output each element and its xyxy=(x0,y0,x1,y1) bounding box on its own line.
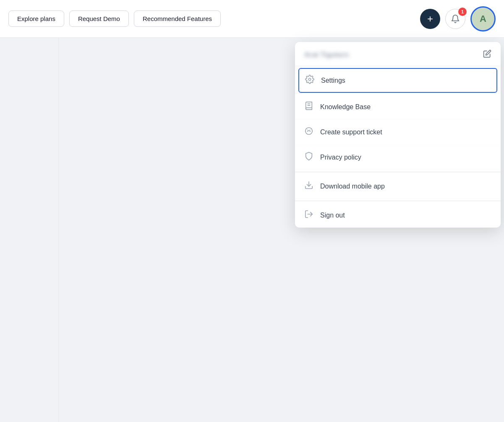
avatar-letter: A xyxy=(480,13,486,24)
ticket-icon xyxy=(304,126,313,138)
settings-label: Settings xyxy=(321,77,345,84)
notification-badge: 1 xyxy=(458,8,467,16)
recommended-features-button[interactable]: Recommended Features xyxy=(134,10,221,27)
avatar-button[interactable]: A xyxy=(470,6,496,31)
support-ticket-label: Create support ticket xyxy=(320,128,382,136)
user-dropdown-menu: Arat Tigotern Settings xyxy=(295,42,501,228)
menu-divider-2 xyxy=(295,201,501,201)
dropdown-username: Arat Tigotern xyxy=(304,51,349,59)
menu-divider xyxy=(295,172,501,172)
dropdown-item-privacy-policy[interactable]: Privacy policy xyxy=(295,145,501,170)
sign-out-label: Sign out xyxy=(320,212,345,219)
dropdown-item-sign-out[interactable]: Sign out xyxy=(295,203,501,228)
header-bar: Explore plans Request Demo Recommended F… xyxy=(0,0,504,38)
dropdown-item-download-app[interactable]: Download mobile app xyxy=(295,174,501,199)
main-content: Arat Tigotern Settings xyxy=(0,38,504,422)
content-area: Arat Tigotern Settings xyxy=(59,38,504,422)
svg-point-0 xyxy=(308,78,311,81)
explore-plans-button[interactable]: Explore plans xyxy=(8,10,64,27)
download-icon xyxy=(304,181,313,192)
add-button[interactable]: + xyxy=(420,9,440,29)
download-app-label: Download mobile app xyxy=(320,183,385,190)
privacy-policy-label: Privacy policy xyxy=(320,154,361,161)
edit-profile-icon[interactable] xyxy=(483,50,491,60)
dropdown-item-knowledge-base[interactable]: Knowledge Base xyxy=(295,94,501,120)
dropdown-item-support-ticket[interactable]: Create support ticket xyxy=(295,120,501,145)
request-demo-button[interactable]: Request Demo xyxy=(69,10,129,27)
notification-button[interactable]: 1 xyxy=(445,9,465,29)
dropdown-item-settings[interactable]: Settings xyxy=(298,68,497,93)
bell-icon xyxy=(451,14,460,24)
add-icon: + xyxy=(427,13,433,25)
dropdown-header: Arat Tigotern xyxy=(295,42,501,66)
sidebar xyxy=(0,38,59,422)
knowledge-base-label: Knowledge Base xyxy=(320,103,371,111)
signout-icon xyxy=(304,210,313,221)
book-icon xyxy=(304,101,313,113)
settings-icon xyxy=(305,75,314,86)
shield-icon xyxy=(304,152,313,163)
